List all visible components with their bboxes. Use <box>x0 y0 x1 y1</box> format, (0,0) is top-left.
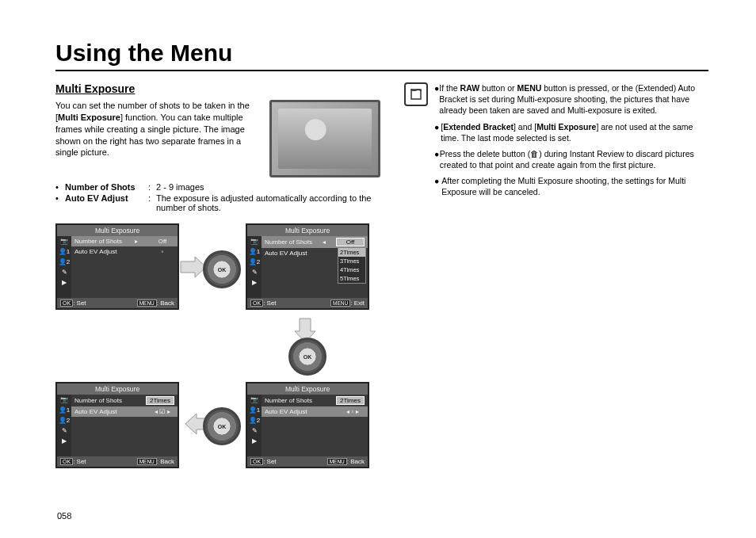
definition-list: • Number of Shots : 2 - 9 images • Auto … <box>55 182 380 212</box>
menu-screen-1: Multi Exposure 📷 👤1 👤2 ✎ ▶ Number of Sho… <box>55 223 179 310</box>
menu-diagram: Multi Exposure 📷 👤1 👤2 ✎ ▶ Number of Sho… <box>55 223 380 493</box>
menu-screen-2: Multi Exposure 📷👤1👤2✎▶ Number of Shots◂O… <box>246 223 369 310</box>
nav-dial-icon: OK <box>203 250 241 288</box>
options-dropdown: 2Times 3Times 4Times 5Times <box>338 247 366 284</box>
section-heading: Multi Exposure <box>55 82 380 95</box>
nav-dial-icon: OK <box>288 338 326 376</box>
menu-screen-4: Multi Exposure 📷👤1👤2✎▶ Number of Shots2T… <box>55 382 179 468</box>
menu-screen-3: Multi Exposure 📷👤1👤2✎▶ Number of Shots2T… <box>246 382 369 468</box>
camera-icon: 📷 <box>60 238 68 245</box>
page-title: Using the Menu <box>55 40 708 71</box>
note-icon <box>404 82 428 106</box>
sample-photo <box>269 100 380 177</box>
notes-block: ●If the RAW button or MENU button is pre… <box>404 82 708 203</box>
nav-dial-icon: OK <box>203 407 241 445</box>
intro-text: You can set the number of shots to be ta… <box>55 100 262 177</box>
page-number: 058 <box>57 511 71 521</box>
